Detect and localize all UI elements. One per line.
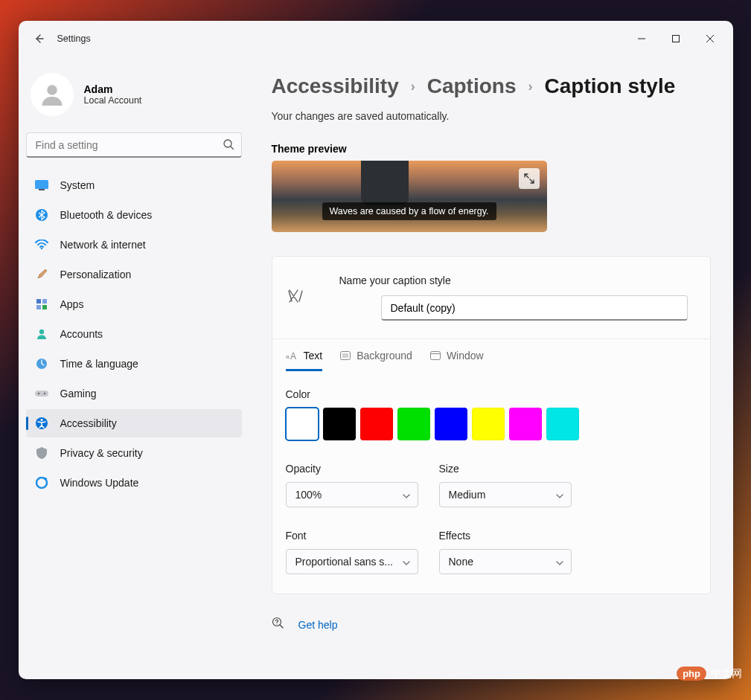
sidebar-item-update[interactable]: Windows Update [26,469,242,497]
autosave-hint: Your changes are saved automatically. [272,110,711,122]
breadcrumb-captions[interactable]: Captions [427,74,517,98]
opacity-label: Opacity [286,463,418,475]
svg-rect-4 [39,189,45,190]
sidebar-item-personalization[interactable]: Personalization [26,260,242,289]
sidebar-item-time[interactable]: Time & language [26,350,242,378]
svg-rect-0 [672,36,679,42]
tab-label: Text [304,350,323,362]
search-input[interactable] [26,132,242,158]
text-size-icon: aA [286,351,298,360]
sidebar-item-privacy[interactable]: Privacy & security [26,439,242,467]
theme-preview: Waves are caused by a flow of energy. [272,161,547,232]
chevron-right-icon: › [528,79,532,94]
chevron-down-icon [556,556,563,568]
brush-icon [35,268,48,281]
effects-label: Effects [439,530,572,542]
svg-rect-9 [36,305,41,309]
sidebar-item-label: Windows Update [60,477,139,489]
color-swatches [286,408,697,440]
settings-window: Settings Adam Local Account [19,21,733,679]
svg-point-14 [37,393,39,394]
search-box [26,132,242,158]
watermark-badge: php [677,667,706,681]
opacity-select[interactable]: 100% [286,482,418,507]
search-icon[interactable] [223,138,234,153]
back-button[interactable] [25,25,53,53]
svg-point-17 [40,419,42,421]
style-tabs: aA Text Background Window [272,339,710,372]
watermark-text: 中文网 [711,667,742,681]
avatar [31,73,74,116]
tab-window[interactable]: Window [430,350,484,371]
text-panel: Color Opacity [272,372,710,594]
chevron-down-icon [403,489,410,501]
color-swatch-red[interactable] [360,408,393,440]
sidebar-item-label: Gaming [60,388,97,399]
apps-icon [35,298,48,311]
breadcrumb: Accessibility › Captions › Caption style [272,74,711,98]
get-help-link[interactable]: Get help [298,619,338,631]
color-swatch-cyan[interactable] [546,408,579,440]
font-select[interactable]: Proportional sans s... [286,549,418,574]
color-swatch-magenta[interactable] [509,408,542,440]
window-title: Settings [57,33,91,44]
bluetooth-icon [35,208,48,222]
content-area: Accessibility › Captions › Caption style… [249,57,733,679]
watermark: php 中文网 [677,667,742,681]
sidebar-item-network[interactable]: Network & internet [26,231,242,259]
sidebar-item-gaming[interactable]: Gaming [26,379,242,408]
expand-icon [524,173,534,184]
svg-text:A: A [290,351,296,360]
color-swatch-green[interactable] [397,408,430,440]
effects-select[interactable]: None [439,549,572,574]
sidebar-item-label: Network & internet [60,239,146,251]
close-button[interactable] [693,27,727,51]
tab-text[interactable]: aA Text [286,350,323,371]
minimize-button[interactable] [624,27,659,51]
user-account-type: Local Account [84,95,142,106]
svg-rect-22 [342,353,348,358]
sidebar-item-system[interactable]: System [26,171,242,199]
opacity-value: 100% [295,489,322,501]
maximize-button[interactable] [659,27,693,51]
theme-preview-title: Theme preview [272,143,711,155]
sidebar-item-accounts[interactable]: Accounts [26,320,242,348]
color-swatch-blue[interactable] [435,408,467,440]
svg-rect-13 [35,391,48,396]
user-block[interactable]: Adam Local Account [26,57,242,132]
person-icon [39,81,65,108]
sidebar-item-apps[interactable]: Apps [26,290,242,318]
sidebar-item-label: Time & language [60,358,138,370]
maximize-icon [672,35,680,42]
sidebar-item-label: Privacy & security [60,447,143,459]
accounts-icon [35,327,48,341]
titlebar: Settings [19,21,733,57]
sidebar-item-label: Personalization [60,269,132,280]
close-icon [706,35,714,42]
svg-rect-23 [430,352,440,360]
tab-label: Window [447,350,484,362]
tab-background[interactable]: Background [340,350,412,371]
sidebar: Adam Local Account System Bluetooth & de… [19,57,249,679]
caption-name-input[interactable] [381,295,688,321]
color-label: Color [286,388,697,400]
color-swatch-black[interactable] [323,408,356,440]
size-select[interactable]: Medium [439,482,572,507]
window-controls [624,27,727,51]
size-value: Medium [449,489,486,501]
help-icon [272,617,285,632]
sidebar-item-bluetooth[interactable]: Bluetooth & devices [26,201,242,229]
color-swatch-white[interactable] [286,408,319,440]
svg-point-25 [276,623,277,624]
gamepad-icon [35,387,48,400]
window-icon [430,351,441,360]
breadcrumb-accessibility[interactable]: Accessibility [272,74,399,98]
color-swatch-yellow[interactable] [472,408,505,440]
update-icon [35,476,48,489]
preview-caption-text: Waves are caused by a flow of energy. [322,202,496,220]
arrow-left-icon [33,33,45,45]
page-title: Caption style [544,74,675,98]
expand-preview-button[interactable] [519,168,540,189]
sidebar-item-accessibility[interactable]: Accessibility [26,409,242,437]
svg-rect-8 [42,299,47,304]
